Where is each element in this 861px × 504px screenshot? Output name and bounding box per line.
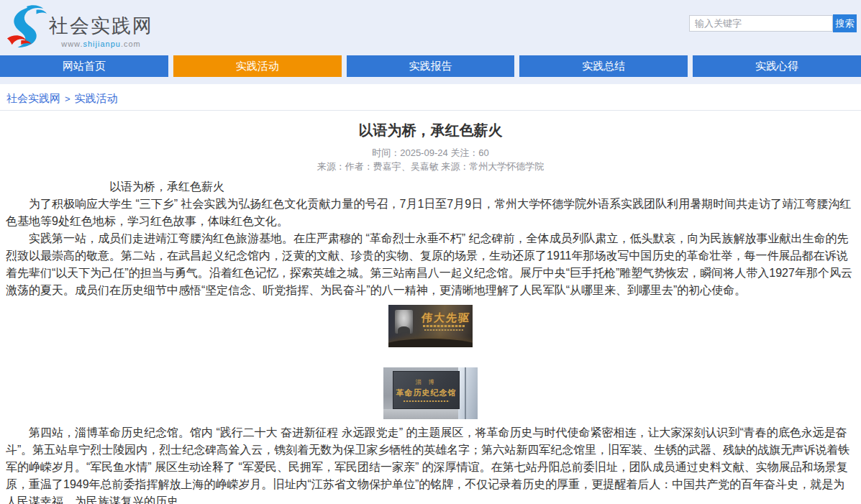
paragraph-intro: 为了积极响应大学生 “三下乡” 社会实践为弘扬红色文化贡献力量的号召，7月1日至… [6,196,855,230]
nav-item-summaries[interactable]: 实践总结 [519,55,688,77]
paragraph-stations-1-3: 实践第一站，成员们走进靖江弯腰沟红色旅游基地。在庄严肃穆的 “革命烈士永垂不朽”… [6,230,855,299]
photo-smaller-text-line [424,329,463,331]
sign-title-text: 革命历史纪念馆 [396,388,457,398]
figure-1: 伟大先驱 [6,305,855,352]
nav-item-reports[interactable]: 实践报告 [347,55,515,77]
nav-item-reflections[interactable]: 实践心得 [693,55,861,77]
article-meta-time: 时间：2025-09-24 关注：60 [6,146,855,160]
breadcrumb: 社会实践网 > 实践活动 [0,84,861,111]
logo-swoosh-icon [6,4,47,50]
site-logo[interactable]: 社会实践网 www.shijianpu.com [6,4,153,50]
breadcrumb-current-link[interactable]: 实践活动 [75,92,118,106]
photo-glass-facade [458,367,478,419]
paragraph-lead: 以语为桥，承红色薪火 [6,178,855,196]
page: 社会实践网 www.shijianpu.com 搜索 网站首页 实践活动 实践报… [0,0,861,504]
breadcrumb-home-link[interactable]: 社会实践网 [6,92,60,106]
main-nav: 网站首页 实践活动 实践报告 实践总结 实践心得 [0,55,861,77]
search-input[interactable] [689,15,833,32]
figure-2: 淄 博 革命历史纪念馆 [6,367,855,424]
site-url-www: www. [61,40,83,48]
sign-english-line [404,400,450,402]
photo-building-base [383,409,458,419]
photo-floor-curve [388,339,473,347]
search-button[interactable]: 搜索 [833,14,857,32]
memorial-sign-panel: 淄 博 革命历史纪念馆 [393,371,460,409]
breadcrumb-separator: > [65,93,70,104]
paragraph-stations-4-7: 第四站，淄博革命历史纪念馆。馆内 “践行二十大 奋进新征程 永远跟党走” 的主题… [6,424,855,504]
article-title: 以语为桥，承红色薪火 [6,121,855,139]
article: 以语为桥，承红色薪火 时间：2025-09-24 关注：60 来源：作者：费嘉宇… [0,121,861,504]
photo-small-text-line [423,325,465,327]
site-url-tld: .com [121,40,141,48]
site-url-domain: shijianpu [83,40,121,48]
article-meta-source: 来源：作者：费嘉宇、吴嘉敏 来源：常州大学怀德学院 [6,160,855,173]
nav-item-home[interactable]: 网站首页 [0,55,168,77]
nav-item-activities[interactable]: 实践活动 [173,55,342,77]
exhibition-wall-photo: 伟大先驱 [388,305,473,347]
site-url: www.shijianpu.com [49,40,153,48]
logo-text: 社会实践网 www.shijianpu.com [49,13,153,48]
site-name: 社会实践网 [49,13,153,39]
sign-city-text: 淄 博 [415,379,437,386]
site-header: 社会实践网 www.shijianpu.com 搜索 网站首页 实践活动 实践报… [0,0,861,84]
article-body: 以语为桥，承红色薪火 为了积极响应大学生 “三下乡” 社会实践为弘扬红色文化贡献… [6,178,855,504]
portrait-in-photo [395,310,413,334]
article-meta: 时间：2025-09-24 关注：60 来源：作者：费嘉宇、吴嘉敏 来源：常州大… [6,146,855,173]
search-box: 搜索 [689,14,857,32]
photo-calligraphy-text: 伟大先驱 [421,309,470,326]
memorial-hall-photo: 淄 博 革命历史纪念馆 [383,367,478,419]
